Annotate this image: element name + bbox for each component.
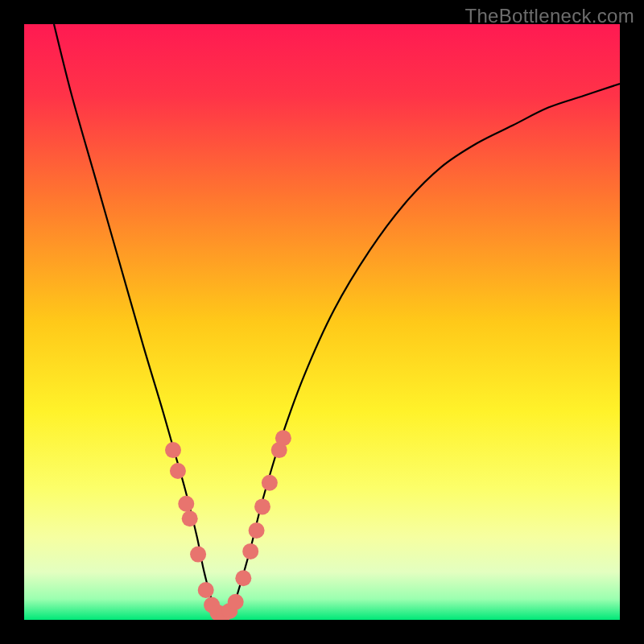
data-marker xyxy=(242,543,258,559)
data-marker xyxy=(275,430,291,446)
chart-frame: TheBottleneck.com xyxy=(0,0,644,644)
data-marker xyxy=(182,510,198,526)
data-marker xyxy=(190,547,206,563)
plot-area xyxy=(24,24,620,620)
data-marker xyxy=(235,570,251,586)
watermark-text: TheBottleneck.com xyxy=(464,5,634,27)
plot-svg xyxy=(24,24,620,620)
gradient-background xyxy=(24,24,620,620)
data-marker xyxy=(198,582,214,598)
data-marker xyxy=(165,442,181,458)
data-marker xyxy=(249,522,265,539)
data-marker xyxy=(254,498,270,514)
data-marker xyxy=(178,496,194,512)
data-marker xyxy=(170,463,186,479)
data-marker xyxy=(228,594,244,610)
data-marker xyxy=(262,475,278,491)
